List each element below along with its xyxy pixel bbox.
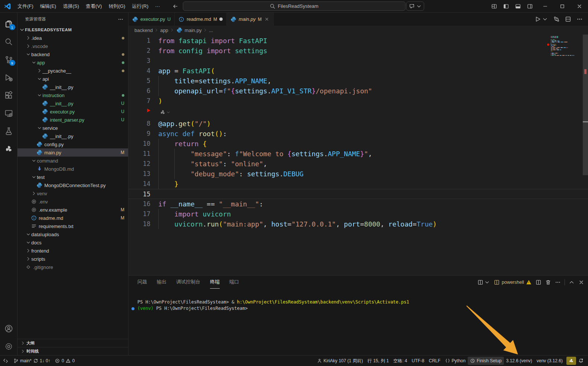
open-changes[interactable] (553, 16, 560, 22)
tree-item-backend[interactable]: backend (18, 50, 128, 58)
breadcrumb-item[interactable]: main.py (185, 28, 202, 33)
tab-readme.md[interactable]: readme.mdM (175, 13, 227, 26)
breadcrumb-item[interactable]: ... (209, 28, 213, 33)
activity-extensions[interactable] (0, 86, 18, 104)
menu-item-6[interactable]: ··· (152, 2, 163, 11)
status-git-branch[interactable]: main*1↓ 0↑ (11, 357, 53, 365)
activity-run-debug[interactable] (0, 68, 18, 86)
more-actions[interactable] (576, 16, 583, 22)
tree-item-scripts[interactable]: scripts (18, 255, 128, 263)
tree-item-readme.md[interactable]: readme.mdM (18, 214, 128, 222)
status-finish-setup[interactable]: Finish Setup (468, 357, 504, 365)
copilot-chat-button[interactable] (406, 1, 424, 11)
maximize-panel-button[interactable] (569, 279, 575, 285)
tree-item-docs[interactable]: docs (18, 238, 128, 247)
tab-close-icon[interactable] (264, 17, 270, 22)
tree-item-__init__.py[interactable]: __init__.pyU (18, 99, 128, 107)
status-notifications[interactable] (576, 357, 586, 365)
command-center-search[interactable]: FilesReadSysteam (183, 1, 406, 11)
menu-item-5[interactable]: 运行(R) (128, 2, 152, 11)
line-number[interactable]: 5 (128, 76, 158, 86)
menu-item-3[interactable]: 查看(V) (82, 2, 105, 11)
line-number[interactable]: 2 (128, 46, 158, 56)
activity-remote-explorer[interactable] (0, 104, 18, 122)
tree-item-.env.example[interactable]: .env.exampleM (18, 206, 128, 214)
line-number[interactable]: 15 (128, 189, 158, 199)
panel-tab-终端[interactable]: 终端 (210, 276, 220, 289)
tree-item-api[interactable]: api (18, 75, 128, 83)
tree-item-instruction[interactable]: instruction (18, 91, 128, 99)
tree-item-config.py[interactable]: config.py (18, 140, 128, 148)
line-number[interactable]: 17 (128, 209, 158, 219)
tree-item-app[interactable]: app (18, 58, 128, 67)
line-number[interactable]: 13 (128, 169, 158, 179)
status-language-mode[interactable]: Python (443, 357, 468, 365)
activity-testing[interactable] (0, 122, 18, 140)
activity-source-control[interactable]: 9 (0, 51, 18, 68)
line-number[interactable]: 6 (128, 86, 158, 96)
line-number[interactable]: 8 (128, 119, 158, 129)
line-number[interactable]: 14 (128, 179, 158, 189)
tree-item-executor.py[interactable]: executor.pyU (18, 107, 128, 116)
line-number[interactable]: 10 (128, 139, 158, 149)
status-encoding[interactable]: UTF-8 (410, 357, 427, 365)
panel-tab-调试控制台[interactable]: 调试控制台 (176, 276, 200, 289)
tree-item-requirements.txt[interactable]: requirements.txt (18, 222, 128, 230)
tab-executor.py[interactable]: executor.pyU (128, 13, 175, 26)
close-button[interactable] (571, 0, 588, 12)
split-terminal-button[interactable] (535, 279, 541, 285)
line-number[interactable]: 16 (128, 199, 158, 209)
tree-item-__init__.py[interactable]: __init__.py (18, 132, 128, 140)
tree-item-.gitignore[interactable]: .gitignore (18, 263, 128, 271)
breadcrumb-item[interactable]: backend (134, 28, 153, 33)
tree-item-service[interactable]: service (18, 124, 128, 132)
sidebar-more-actions-icon[interactable] (118, 16, 124, 22)
line-number[interactable]: 11 (128, 149, 158, 159)
activity-accounts[interactable] (0, 320, 18, 337)
back-arrow-icon[interactable] (172, 3, 179, 9)
toggle-sidebar-icon[interactable] (501, 1, 511, 11)
tree-item-.vscode[interactable]: .vscode (18, 42, 128, 50)
status-python-env[interactable]: venv (3.12.6) (534, 357, 565, 365)
line-number[interactable]: 1 (128, 36, 158, 46)
panel-tab-端口[interactable]: 端口 (229, 276, 239, 289)
tree-item-venv[interactable]: venv (18, 189, 128, 198)
status-cursor-position[interactable]: 行 15, 列 1 (365, 357, 391, 365)
tree-item-test[interactable]: test (18, 173, 128, 181)
tree-item-MongoDBConnectionTest.py[interactable]: MongoDBConnectionTest.py (18, 181, 128, 189)
toggle-panel-icon[interactable] (513, 1, 523, 11)
breadcrumb-item[interactable]: app (160, 28, 168, 33)
split-editor[interactable] (565, 16, 571, 22)
customize-layout-icon[interactable] (489, 1, 499, 11)
code-editor[interactable]: 1from fastapi import FastAPI2from config… (128, 35, 588, 275)
menu-item-0[interactable]: 文件(F) (14, 2, 37, 11)
line-number[interactable]: 9 (128, 129, 158, 139)
more-actions-button[interactable] (555, 279, 561, 285)
terminal-tab-powershell[interactable]: powershell (494, 279, 532, 285)
tree-item-.idea[interactable]: .idea (18, 34, 128, 42)
panel-tab-输出[interactable]: 输出 (157, 276, 166, 289)
activity-settings[interactable] (0, 337, 18, 355)
status-indentation[interactable]: 空格: 4 (391, 357, 409, 365)
tree-item-data-uploads[interactable]: data\uploads (18, 230, 128, 238)
breadcrumb[interactable]: backendappmain.py... (128, 26, 588, 35)
menu-item-1[interactable]: 编辑(E) (37, 2, 60, 11)
line-number[interactable]: 12 (128, 159, 158, 169)
status-remote-button[interactable] (0, 356, 11, 366)
tree-root-folder[interactable]: FILESREADSYSTEAM (18, 26, 128, 34)
tree-item-intent_parser.py[interactable]: intent_parser.pyU (18, 116, 128, 124)
toggle-secondary-sidebar-icon[interactable] (525, 1, 535, 11)
tab-main.py[interactable]: main.pyM (227, 13, 274, 26)
maximize-button[interactable] (554, 0, 571, 12)
activity-search[interactable] (0, 33, 18, 51)
tree-item-__init__.py[interactable]: __init__.py (18, 83, 128, 91)
status-copilot-status[interactable] (566, 357, 576, 365)
launch-profile-button[interactable] (477, 279, 490, 285)
status-problems[interactable]: 00 (53, 357, 77, 365)
minimap[interactable] (551, 36, 581, 56)
editor-scrollbar[interactable] (583, 35, 588, 275)
copilot-inline-action[interactable] (160, 106, 171, 119)
line-number[interactable]: 4 (128, 66, 158, 76)
status-git-blame[interactable]: KiriAky 107 (1 周前) (315, 357, 365, 365)
panel-tab-问题[interactable]: 问题 (137, 276, 147, 289)
